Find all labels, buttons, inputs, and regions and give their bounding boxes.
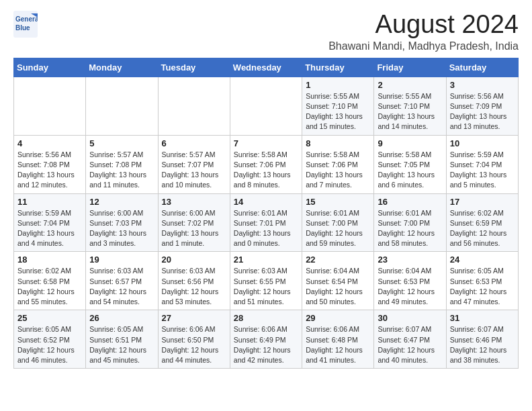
week-row-2: 4Sunrise: 5:56 AM Sunset: 7:08 PM Daylig… bbox=[14, 135, 519, 193]
header-cell-saturday: Saturday bbox=[446, 58, 518, 77]
day-number: 28 bbox=[234, 313, 298, 323]
day-content: Sunrise: 6:05 AM Sunset: 6:51 PM Dayligh… bbox=[89, 324, 154, 365]
day-content: Sunrise: 5:59 AM Sunset: 7:04 PM Dayligh… bbox=[17, 208, 82, 249]
day-cell: 27Sunrise: 6:06 AM Sunset: 6:50 PM Dayli… bbox=[158, 310, 230, 369]
day-content: Sunrise: 5:56 AM Sunset: 7:09 PM Dayligh… bbox=[450, 91, 515, 132]
day-content: Sunrise: 6:00 AM Sunset: 7:03 PM Dayligh… bbox=[89, 208, 154, 249]
day-cell: 7Sunrise: 5:58 AM Sunset: 7:06 PM Daylig… bbox=[230, 135, 302, 193]
day-number: 7 bbox=[234, 138, 298, 148]
day-cell: 13Sunrise: 6:00 AM Sunset: 7:02 PM Dayli… bbox=[158, 193, 230, 252]
week-row-4: 18Sunrise: 6:02 AM Sunset: 6:58 PM Dayli… bbox=[14, 252, 519, 310]
day-content: Sunrise: 6:06 AM Sunset: 6:50 PM Dayligh… bbox=[162, 324, 226, 365]
day-number: 24 bbox=[450, 255, 515, 265]
day-number: 20 bbox=[162, 255, 226, 265]
title-area: August 2024 Bhawani Mandi, Madhya Prades… bbox=[328, 11, 519, 52]
day-content: Sunrise: 6:02 AM Sunset: 6:58 PM Dayligh… bbox=[17, 266, 82, 307]
logo-icon: General Blue bbox=[13, 11, 38, 38]
day-cell: 2Sunrise: 5:55 AM Sunset: 7:10 PM Daylig… bbox=[374, 77, 446, 135]
day-content: Sunrise: 5:55 AM Sunset: 7:10 PM Dayligh… bbox=[378, 91, 442, 132]
header-cell-wednesday: Wednesday bbox=[230, 58, 302, 77]
day-cell: 8Sunrise: 5:58 AM Sunset: 7:06 PM Daylig… bbox=[302, 135, 374, 193]
header-row: SundayMondayTuesdayWednesdayThursdayFrid… bbox=[14, 58, 519, 77]
day-cell bbox=[230, 77, 302, 135]
day-content: Sunrise: 5:57 AM Sunset: 7:07 PM Dayligh… bbox=[162, 150, 226, 191]
day-cell: 20Sunrise: 6:03 AM Sunset: 6:56 PM Dayli… bbox=[158, 252, 230, 310]
day-cell: 26Sunrise: 6:05 AM Sunset: 6:51 PM Dayli… bbox=[86, 310, 158, 369]
calendar-table: SundayMondayTuesdayWednesdayThursdayFrid… bbox=[13, 58, 519, 369]
day-content: Sunrise: 6:01 AM Sunset: 7:00 PM Dayligh… bbox=[378, 208, 442, 249]
day-cell: 19Sunrise: 6:03 AM Sunset: 6:57 PM Dayli… bbox=[86, 252, 158, 310]
day-cell: 14Sunrise: 6:01 AM Sunset: 7:01 PM Dayli… bbox=[230, 193, 302, 252]
day-number: 29 bbox=[306, 313, 370, 323]
main-title: August 2024 bbox=[328, 11, 519, 39]
header-cell-thursday: Thursday bbox=[302, 58, 374, 77]
day-cell: 23Sunrise: 6:04 AM Sunset: 6:53 PM Dayli… bbox=[374, 252, 446, 310]
day-content: Sunrise: 5:56 AM Sunset: 7:08 PM Dayligh… bbox=[17, 150, 82, 191]
header-cell-friday: Friday bbox=[374, 58, 446, 77]
day-cell bbox=[158, 77, 230, 135]
day-number: 1 bbox=[306, 80, 370, 90]
day-cell: 18Sunrise: 6:02 AM Sunset: 6:58 PM Dayli… bbox=[14, 252, 86, 310]
day-content: Sunrise: 6:03 AM Sunset: 6:57 PM Dayligh… bbox=[89, 266, 154, 307]
day-content: Sunrise: 6:05 AM Sunset: 6:53 PM Dayligh… bbox=[450, 266, 515, 307]
day-content: Sunrise: 6:04 AM Sunset: 6:54 PM Dayligh… bbox=[306, 266, 370, 307]
day-number: 6 bbox=[162, 138, 226, 148]
day-cell: 21Sunrise: 6:03 AM Sunset: 6:55 PM Dayli… bbox=[230, 252, 302, 310]
header-cell-monday: Monday bbox=[86, 58, 158, 77]
header: General Blue August 2024 Bhawani Mandi, … bbox=[13, 11, 519, 52]
day-content: Sunrise: 6:02 AM Sunset: 6:59 PM Dayligh… bbox=[450, 208, 515, 249]
day-content: Sunrise: 6:01 AM Sunset: 7:01 PM Dayligh… bbox=[234, 208, 298, 249]
day-number: 23 bbox=[378, 255, 442, 265]
day-number: 14 bbox=[234, 197, 298, 207]
day-cell: 1Sunrise: 5:55 AM Sunset: 7:10 PM Daylig… bbox=[302, 77, 374, 135]
day-cell bbox=[86, 77, 158, 135]
day-cell: 6Sunrise: 5:57 AM Sunset: 7:07 PM Daylig… bbox=[158, 135, 230, 193]
day-number: 31 bbox=[450, 313, 515, 323]
day-cell: 29Sunrise: 6:06 AM Sunset: 6:48 PM Dayli… bbox=[302, 310, 374, 369]
day-content: Sunrise: 6:05 AM Sunset: 6:52 PM Dayligh… bbox=[17, 324, 82, 365]
day-number: 10 bbox=[450, 138, 515, 148]
day-content: Sunrise: 6:06 AM Sunset: 6:49 PM Dayligh… bbox=[234, 324, 298, 365]
day-number: 22 bbox=[306, 255, 370, 265]
day-number: 2 bbox=[378, 80, 442, 90]
day-content: Sunrise: 6:06 AM Sunset: 6:48 PM Dayligh… bbox=[306, 324, 370, 365]
day-number: 5 bbox=[89, 138, 154, 148]
day-number: 25 bbox=[17, 313, 82, 323]
day-number: 4 bbox=[17, 138, 82, 148]
day-content: Sunrise: 5:58 AM Sunset: 7:06 PM Dayligh… bbox=[234, 150, 298, 191]
day-number: 21 bbox=[234, 255, 298, 265]
day-content: Sunrise: 5:55 AM Sunset: 7:10 PM Dayligh… bbox=[306, 91, 370, 132]
day-number: 11 bbox=[17, 197, 82, 207]
calendar-header: SundayMondayTuesdayWednesdayThursdayFrid… bbox=[14, 58, 519, 77]
day-cell bbox=[14, 77, 86, 135]
day-cell: 16Sunrise: 6:01 AM Sunset: 7:00 PM Dayli… bbox=[374, 193, 446, 252]
day-cell: 3Sunrise: 5:56 AM Sunset: 7:09 PM Daylig… bbox=[446, 77, 518, 135]
day-content: Sunrise: 5:57 AM Sunset: 7:08 PM Dayligh… bbox=[89, 150, 154, 191]
day-cell: 30Sunrise: 6:07 AM Sunset: 6:47 PM Dayli… bbox=[374, 310, 446, 369]
day-cell: 17Sunrise: 6:02 AM Sunset: 6:59 PM Dayli… bbox=[446, 193, 518, 252]
day-cell: 15Sunrise: 6:01 AM Sunset: 7:00 PM Dayli… bbox=[302, 193, 374, 252]
week-row-5: 25Sunrise: 6:05 AM Sunset: 6:52 PM Dayli… bbox=[14, 310, 519, 369]
logo: General Blue bbox=[13, 11, 38, 38]
day-content: Sunrise: 6:04 AM Sunset: 6:53 PM Dayligh… bbox=[378, 266, 442, 307]
day-number: 12 bbox=[89, 197, 154, 207]
day-content: Sunrise: 5:58 AM Sunset: 7:06 PM Dayligh… bbox=[306, 150, 370, 191]
day-number: 27 bbox=[162, 313, 226, 323]
svg-text:Blue: Blue bbox=[15, 24, 30, 32]
day-number: 30 bbox=[378, 313, 442, 323]
day-number: 9 bbox=[378, 138, 442, 148]
day-number: 19 bbox=[89, 255, 154, 265]
day-cell: 9Sunrise: 5:58 AM Sunset: 7:05 PM Daylig… bbox=[374, 135, 446, 193]
week-row-3: 11Sunrise: 5:59 AM Sunset: 7:04 PM Dayli… bbox=[14, 193, 519, 252]
week-row-1: 1Sunrise: 5:55 AM Sunset: 7:10 PM Daylig… bbox=[14, 77, 519, 135]
day-number: 3 bbox=[450, 80, 515, 90]
day-cell: 11Sunrise: 5:59 AM Sunset: 7:04 PM Dayli… bbox=[14, 193, 86, 252]
day-cell: 10Sunrise: 5:59 AM Sunset: 7:04 PM Dayli… bbox=[446, 135, 518, 193]
calendar-body: 1Sunrise: 5:55 AM Sunset: 7:10 PM Daylig… bbox=[14, 77, 519, 368]
day-content: Sunrise: 6:07 AM Sunset: 6:47 PM Dayligh… bbox=[378, 324, 442, 365]
day-number: 17 bbox=[450, 197, 515, 207]
day-number: 16 bbox=[378, 197, 442, 207]
day-cell: 4Sunrise: 5:56 AM Sunset: 7:08 PM Daylig… bbox=[14, 135, 86, 193]
day-content: Sunrise: 5:59 AM Sunset: 7:04 PM Dayligh… bbox=[450, 150, 515, 191]
header-cell-sunday: Sunday bbox=[14, 58, 86, 77]
